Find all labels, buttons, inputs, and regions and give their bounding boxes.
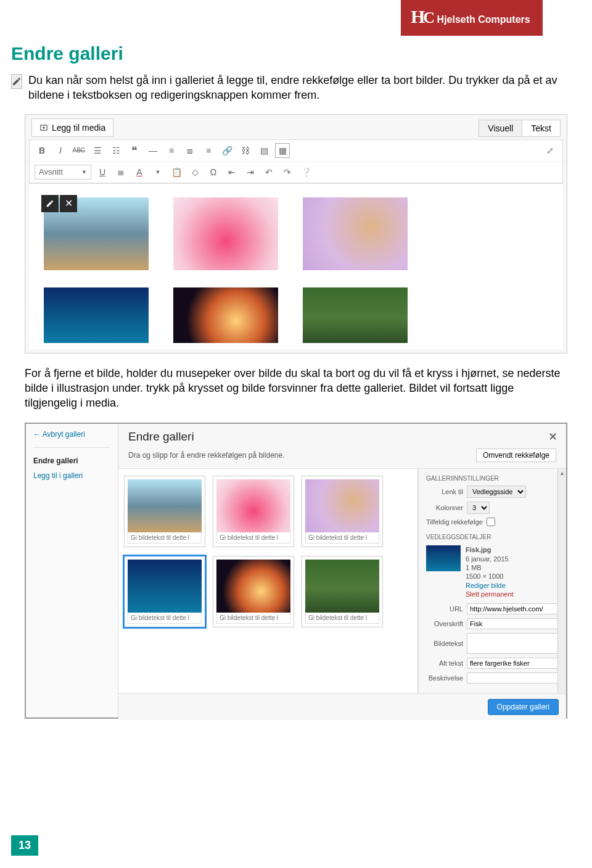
- thumb-image-lips: [173, 197, 278, 270]
- justify-button[interactable]: ≣: [113, 165, 128, 180]
- remove-image-button[interactable]: ✕: [60, 195, 77, 212]
- random-order-checkbox[interactable]: [487, 518, 495, 526]
- update-gallery-button[interactable]: Oppdater galleri: [488, 699, 559, 715]
- help-button[interactable]: ❔: [298, 165, 313, 180]
- add-media-button[interactable]: Legg til media: [31, 118, 113, 137]
- caption-input[interactable]: [128, 532, 202, 544]
- ol-button[interactable]: ☷: [109, 143, 123, 158]
- paste-text-button[interactable]: 📋: [169, 165, 184, 180]
- thumb-image-lips: [216, 479, 290, 532]
- logo-initials: HC: [411, 9, 433, 27]
- modal-thumb[interactable]: [125, 556, 205, 627]
- screenshot-wp-editor: Legg til media Visuell Tekst B I ABC ☰ ☷…: [25, 114, 567, 353]
- thumb-image-sculpture: [128, 479, 202, 532]
- brand-logo: HC Hjelseth Computers: [401, 0, 543, 36]
- tab-visual[interactable]: Visuell: [479, 120, 522, 137]
- kitchensink-button[interactable]: ▦: [275, 143, 290, 158]
- readmore-button[interactable]: ▤: [257, 143, 271, 158]
- edit-image-button[interactable]: [41, 195, 59, 212]
- gallery-thumb[interactable]: [303, 287, 408, 343]
- body-text: For å fjerne et bilde, holder du musepek…: [25, 366, 567, 411]
- title-input[interactable]: [467, 618, 559, 629]
- modal-settings-panel: GALLERIINNSTILLINGER Lenk til Vedleggssi…: [418, 469, 566, 693]
- alt-label: Alt tekst: [426, 659, 463, 667]
- caption-input[interactable]: [128, 613, 202, 624]
- columns-select[interactable]: 3: [467, 502, 490, 514]
- caption-input[interactable]: [216, 532, 290, 544]
- special-char-button[interactable]: Ω: [206, 165, 221, 180]
- thumb-image-face: [305, 479, 379, 532]
- page-title: Endre galleri: [11, 43, 592, 64]
- ul-button[interactable]: ☰: [90, 143, 105, 158]
- format-select-value: Avsnitt: [39, 167, 63, 176]
- strike-button[interactable]: ABC: [72, 143, 86, 158]
- close-icon[interactable]: ✕: [548, 430, 557, 444]
- screenshot-gallery-modal: Avbryt galleri Endre galleri Legg til i …: [25, 423, 567, 719]
- textcolor-chevron-icon[interactable]: ▼: [150, 165, 165, 180]
- intro-text: Du kan når som helst gå inn i galleriet …: [28, 73, 567, 103]
- modal-thumb[interactable]: [213, 476, 294, 547]
- gallery-thumb[interactable]: ✕: [44, 197, 149, 270]
- hr-button[interactable]: —: [146, 143, 160, 158]
- align-left-button[interactable]: ≡: [164, 143, 179, 158]
- cancel-gallery-link[interactable]: Avbryt galleri: [33, 430, 110, 439]
- redo-button[interactable]: ↷: [280, 165, 295, 180]
- alt-input[interactable]: [467, 658, 559, 669]
- url-input[interactable]: [467, 603, 559, 614]
- attachment-details-heading: VEDLEGGSDETALJER: [426, 534, 559, 540]
- gallery-thumb[interactable]: [173, 287, 278, 343]
- quote-button[interactable]: ❝: [127, 143, 142, 158]
- textcolor-button[interactable]: A: [132, 165, 147, 180]
- outdent-button[interactable]: ⇤: [224, 165, 239, 180]
- add-media-label: Legg til media: [52, 123, 105, 133]
- detail-size: 1 MB: [466, 564, 482, 571]
- pencil-icon: [11, 74, 22, 89]
- bold-button[interactable]: B: [35, 143, 49, 158]
- link-to-select[interactable]: Vedleggsside: [467, 486, 526, 498]
- detail-filename: Fisk.jpg: [466, 546, 491, 553]
- sidebar-item-add-to-gallery[interactable]: Legg til i galleri: [33, 471, 110, 480]
- modal-thumb[interactable]: [302, 476, 382, 547]
- caption-input[interactable]: [305, 532, 379, 544]
- detail-thumb-fish: [426, 545, 461, 571]
- format-select[interactable]: Avsnitt ▼: [35, 165, 91, 180]
- modal-sidebar: Avbryt galleri Endre galleri Legg til i …: [26, 424, 118, 717]
- link-button[interactable]: 🔗: [220, 143, 234, 158]
- edit-image-link[interactable]: Rediger bilde: [466, 581, 514, 590]
- caption-input[interactable]: [216, 613, 290, 624]
- random-order-label: Tilfeldig rekkefølge: [426, 518, 483, 526]
- tab-text[interactable]: Tekst: [522, 120, 561, 137]
- fullscreen-button[interactable]: ⤢: [543, 143, 557, 158]
- modal-subtitle: Dra og slipp for å endre rekkefølgen på …: [128, 451, 284, 460]
- scrollbar[interactable]: [557, 469, 566, 693]
- gallery-thumb[interactable]: [303, 197, 408, 270]
- align-center-button[interactable]: ≣: [183, 143, 197, 158]
- unlink-button[interactable]: ⛓: [238, 143, 253, 158]
- columns-label: Kolonner: [426, 504, 463, 511]
- gallery-thumb[interactable]: [173, 197, 278, 270]
- description-input[interactable]: [467, 672, 559, 684]
- undo-button[interactable]: ↶: [261, 165, 276, 180]
- clear-format-button[interactable]: ◇: [187, 165, 202, 180]
- link-to-label: Lenk til: [426, 488, 463, 495]
- modal-header: Endre galleri: [118, 424, 566, 446]
- modal-thumb[interactable]: [302, 556, 382, 627]
- caption-input[interactable]: [305, 613, 379, 624]
- modal-thumb[interactable]: [125, 476, 205, 547]
- delete-permanently-link[interactable]: Slett permanent: [466, 590, 514, 598]
- caption-textarea[interactable]: [467, 633, 559, 654]
- thumb-image-jungle: [305, 560, 379, 613]
- modal-title-text: Endre galleri: [128, 430, 194, 444]
- indent-button[interactable]: ⇥: [243, 165, 258, 180]
- intro-block: Du kan når som helst gå inn i galleriet …: [11, 73, 567, 103]
- attachment-meta: Fisk.jpg 6 januar, 2015 1 MB 1500 × 1000…: [466, 545, 514, 598]
- align-right-button[interactable]: ≡: [201, 143, 216, 158]
- reverse-order-button[interactable]: Omvendt rekkefølge: [476, 448, 556, 462]
- detail-date: 6 januar, 2015: [466, 555, 509, 563]
- sidebar-item-edit-gallery[interactable]: Endre galleri: [33, 457, 110, 465]
- underline-button[interactable]: U: [95, 165, 110, 180]
- editor-toolbar: B I ABC ☰ ☷ ❝ — ≡ ≣ ≡ 🔗 ⛓ ▤ ▦ ⤢ Avsnitt: [29, 139, 563, 183]
- italic-button[interactable]: I: [53, 143, 68, 158]
- gallery-thumb[interactable]: [44, 287, 149, 343]
- modal-thumb[interactable]: [213, 556, 294, 627]
